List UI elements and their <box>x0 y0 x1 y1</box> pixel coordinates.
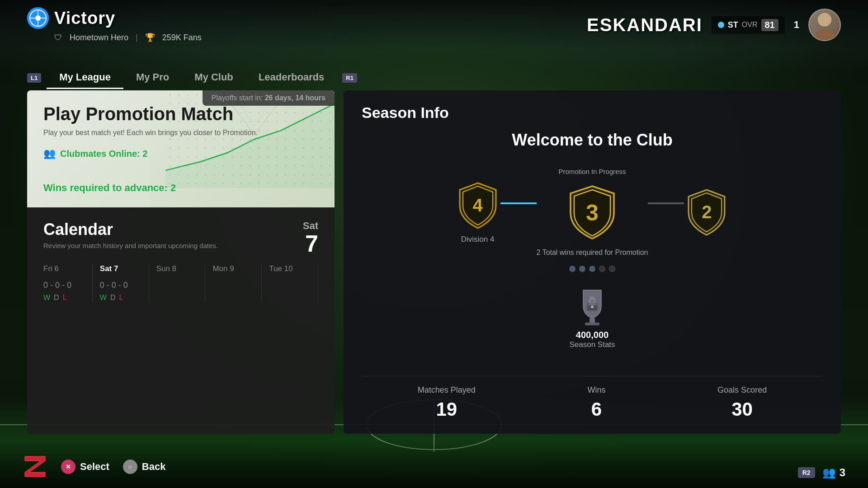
wins-stat: Wins 6 <box>587 385 605 420</box>
online-count-value: 3 <box>840 466 845 479</box>
select-label: Select <box>80 461 109 473</box>
matches-played-stat: Matches Played 19 <box>418 385 476 420</box>
day-fri6-wdl: W D L <box>43 294 85 302</box>
playoffs-banner: Playoffs start in: 26 days, 14 hours <box>203 90 335 106</box>
o-button-icon: ○ <box>123 460 137 474</box>
connector-inactive <box>648 202 684 204</box>
progress-dots <box>362 266 823 272</box>
bottom-bar: ✕ Select ○ Back R2 👥 3 <box>0 438 868 488</box>
club-info: Victory <box>27 7 202 29</box>
welcome-title: Welcome to the Club <box>362 131 823 150</box>
fans-label: 259K Fans <box>162 33 202 42</box>
calendar-day-sat7: Sat 7 0 - 0 - 0 W D L <box>93 264 149 302</box>
x-button-icon: ✕ <box>61 460 75 474</box>
promotion-card[interactable]: Playoffs start in: 26 days, 14 hours Pla… <box>27 90 335 207</box>
day-sun8-label: Sun 8 <box>156 264 198 273</box>
main-content: Playoffs start in: 26 days, 14 hours Pla… <box>27 90 841 434</box>
svg-point-19 <box>590 296 595 301</box>
day-sat7-record: 0 - 0 - 0 <box>100 281 142 290</box>
tab-my-club[interactable]: My Club <box>182 67 246 89</box>
svg-point-8 <box>818 13 831 26</box>
brand-logo <box>23 454 47 479</box>
tab-my-pro[interactable]: My Pro <box>123 67 182 89</box>
progress-dot-5 <box>609 266 615 272</box>
season-info-title: Season Info <box>362 104 823 122</box>
calendar-subtitle: Review your match history and important … <box>43 242 218 249</box>
tab-leaderboards[interactable]: Leaderboards <box>246 67 337 89</box>
season-stats-section: 400,000 Season Stats <box>362 286 823 349</box>
stats-row: Matches Played 19 Wins 6 Goals Scored 30 <box>362 376 823 420</box>
calendar-title: Calendar <box>43 220 218 239</box>
calendar-days: Fri 6 0 - 0 - 0 W D L Sat 7 0 - 0 - 0 W … <box>43 264 318 302</box>
calendar-day-fri6: Fri 6 0 - 0 - 0 W D L <box>43 264 93 302</box>
promotion-title: Play Promotion Match <box>43 104 318 124</box>
progress-dot-1 <box>569 266 576 272</box>
matches-played-value: 19 <box>418 399 476 420</box>
connector-active <box>500 202 537 204</box>
promotion-in-progress-label: Promotion In Progress <box>558 168 626 175</box>
day-mon9-label: Mon 9 <box>212 264 254 273</box>
back-button[interactable]: ○ Back <box>123 460 166 474</box>
division-4-shield: 4 Division 4 <box>455 181 500 244</box>
day-sat7-wdl: W D L <box>100 294 142 302</box>
season-stats-label: Season Stats <box>569 340 615 349</box>
club-meta: 🛡 Hometown Hero | 🏆 259K Fans <box>27 33 202 42</box>
clubmates-icon: 👥 <box>43 148 56 160</box>
svg-point-9 <box>814 29 835 40</box>
bottom-left: ✕ Select ○ Back <box>23 454 165 479</box>
player-rank: 1 <box>794 19 799 31</box>
playoffs-label: Playoffs start in: <box>212 94 263 102</box>
club-name: Victory <box>54 9 115 28</box>
day-tue10-label: Tue 10 <box>269 264 311 273</box>
player-ovr-label: OVR <box>742 21 758 29</box>
left-panel: Playoffs start in: 26 days, 14 hours Pla… <box>27 90 335 434</box>
player-pos-dot <box>718 22 724 28</box>
header: Victory 🛡 Hometown Hero | 🏆 259K Fans ES… <box>0 0 868 50</box>
r2-badge: R2 <box>798 467 815 478</box>
division-3-shield: Promotion In Progress 3 2 Total wins req… <box>537 168 648 257</box>
wins-value: 6 <box>587 399 605 420</box>
bottom-right: R2 👥 3 <box>798 466 845 479</box>
trophy-amount: 400,000 <box>576 330 609 340</box>
day-fri6-record: 0 - 0 - 0 <box>43 281 85 290</box>
progress-dot-3 <box>589 266 595 272</box>
club-badge-icon <box>27 7 49 29</box>
right-panel: Season Info Welcome to the Club 4 Divisi… <box>344 90 841 434</box>
wins-required: Wins required to advance: 2 <box>43 182 318 194</box>
l1-badge: L1 <box>27 73 41 83</box>
progress-dot-2 <box>579 266 585 272</box>
wins-label: Wins <box>587 385 605 395</box>
calendar-header: Calendar Review your match history and i… <box>43 220 318 255</box>
day-sat7-label: Sat 7 <box>100 264 142 273</box>
clubmates-label: Clubmates Online: 2 <box>60 149 147 159</box>
hometown-label: Hometown Hero <box>70 33 128 42</box>
svg-marker-20 <box>25 456 45 477</box>
online-people-icon: 👥 <box>822 466 836 479</box>
svg-point-18 <box>591 305 594 308</box>
navigation: L1 My League My Pro My Club Leaderboards… <box>27 67 357 89</box>
trophy-lock-icon <box>574 286 610 326</box>
calendar-title-group: Calendar Review your match history and i… <box>43 220 218 249</box>
goals-scored-value: 30 <box>717 399 767 420</box>
r1-badge: R1 <box>342 73 357 83</box>
tab-my-league[interactable]: My League <box>47 67 123 89</box>
goals-scored-stat: Goals Scored 30 <box>717 385 767 420</box>
calendar-date-highlight: Sat 7 <box>303 220 318 255</box>
online-count: 👥 3 <box>822 466 845 479</box>
player-name: ESKANDARI <box>587 15 703 35</box>
player-badge: ST OVR 81 <box>712 16 785 34</box>
clubmates-online: 👥 Clubmates Online: 2 <box>43 148 318 160</box>
header-right: ESKANDARI ST OVR 81 1 <box>587 9 841 41</box>
division-4-label: Division 4 <box>461 235 495 244</box>
select-button[interactable]: ✕ Select <box>61 460 109 474</box>
hometown-icon: 🛡 <box>54 33 62 42</box>
playoffs-time: 26 days, 14 hours <box>265 94 326 102</box>
player-ovr-value: 81 <box>761 19 778 31</box>
progress-dot-4 <box>599 266 605 272</box>
calendar-day-num: 7 <box>303 232 318 255</box>
player-avatar <box>808 9 841 41</box>
calendar-day-sun8: Sun 8 <box>149 264 206 302</box>
header-left: Victory 🛡 Hometown Hero | 🏆 259K Fans <box>27 7 202 42</box>
goals-scored-label: Goals Scored <box>717 385 767 395</box>
promotion-subtitle: Play your best match yet! Each win bring… <box>43 129 318 137</box>
